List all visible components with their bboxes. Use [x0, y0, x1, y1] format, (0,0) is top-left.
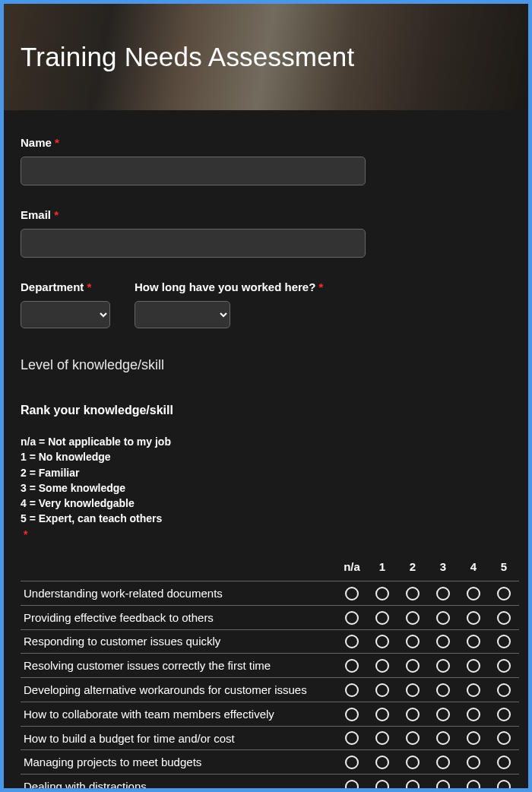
legend-line: 5 = Expert, can teach others: [21, 511, 511, 526]
rank-radio[interactable]: [467, 683, 480, 697]
rank-radio[interactable]: [436, 659, 450, 673]
rank-radio[interactable]: [436, 587, 450, 600]
rank-radio[interactable]: [436, 635, 450, 648]
rank-radio[interactable]: [497, 611, 511, 625]
matrix-col-header: 3: [428, 556, 458, 581]
rank-radio[interactable]: [497, 731, 511, 745]
matrix-cell: [489, 629, 519, 654]
rank-radio[interactable]: [467, 659, 480, 673]
rank-radio[interactable]: [345, 731, 359, 745]
matrix-cell: [458, 750, 489, 775]
matrix-row-label: Managing projects to meet budgets: [21, 750, 337, 775]
legend-line: 3 = Some knowledge: [21, 480, 511, 496]
rank-radio[interactable]: [375, 708, 389, 721]
rank-radio[interactable]: [345, 780, 359, 788]
rank-radio[interactable]: [406, 708, 420, 721]
rank-radio[interactable]: [497, 635, 511, 648]
rank-radio[interactable]: [467, 756, 480, 769]
rank-radio[interactable]: [497, 683, 511, 697]
rank-radio[interactable]: [467, 780, 480, 788]
matrix-row-label: How to build a budget for time and/or co…: [21, 726, 337, 750]
matrix-cell: [397, 629, 428, 654]
matrix-cell: [458, 678, 489, 702]
table-row: Managing projects to meet budgets: [21, 750, 519, 775]
rank-radio[interactable]: [406, 611, 420, 625]
rank-radio[interactable]: [375, 683, 389, 697]
matrix-cell: [428, 702, 458, 726]
rank-radio[interactable]: [406, 780, 420, 788]
rank-radio[interactable]: [497, 708, 511, 721]
rank-radio[interactable]: [406, 731, 420, 745]
name-label: Name *: [21, 136, 511, 149]
matrix-row-label: Resolving customer issues correctly the …: [21, 654, 337, 678]
rank-radio[interactable]: [375, 659, 389, 673]
tenure-select[interactable]: [135, 301, 230, 328]
rank-title: Rank your knowledge/skill: [21, 404, 511, 417]
matrix-cell: [489, 654, 519, 678]
rank-radio[interactable]: [436, 780, 450, 788]
table-row: Resolving customer issues correctly the …: [21, 654, 519, 678]
rank-radio[interactable]: [375, 731, 389, 745]
name-input[interactable]: [21, 157, 366, 185]
legend-line: 4 = Very knowledgable: [21, 496, 511, 511]
page-title: Training Needs Assessment: [21, 42, 354, 72]
matrix-cell: [428, 629, 458, 654]
matrix-cell: [337, 581, 367, 606]
rank-radio[interactable]: [375, 611, 389, 625]
matrix-col-header: 5: [489, 556, 519, 581]
rank-radio[interactable]: [406, 756, 420, 769]
rank-radio[interactable]: [375, 756, 389, 769]
rank-radio[interactable]: [375, 587, 389, 600]
field-email: Email *: [21, 208, 511, 258]
rank-radio[interactable]: [345, 708, 359, 721]
rank-radio[interactable]: [406, 587, 420, 600]
matrix-cell: [458, 581, 489, 606]
rank-radio[interactable]: [467, 635, 480, 648]
rank-radio[interactable]: [467, 611, 480, 625]
matrix-cell: [458, 726, 489, 750]
rank-radio[interactable]: [375, 635, 389, 648]
rank-radio[interactable]: [497, 587, 511, 600]
field-tenure: How long have you worked here? *: [135, 280, 323, 328]
rank-radio[interactable]: [345, 587, 359, 600]
matrix-cell: [458, 605, 489, 629]
rank-radio[interactable]: [345, 635, 359, 648]
matrix-cell: [489, 702, 519, 726]
matrix-cell: [397, 726, 428, 750]
rank-radio[interactable]: [345, 659, 359, 673]
matrix-cell: [458, 629, 489, 654]
table-row: Providing effective feedback to others: [21, 605, 519, 629]
form-page: Training Needs Assessment Name * Email *…: [4, 4, 528, 788]
rank-radio[interactable]: [406, 635, 420, 648]
rank-radio[interactable]: [345, 683, 359, 697]
rank-radio[interactable]: [375, 780, 389, 788]
rank-radio[interactable]: [436, 756, 450, 769]
matrix-cell: [337, 605, 367, 629]
rank-radio[interactable]: [497, 659, 511, 673]
matrix-cell: [367, 654, 397, 678]
rank-radio[interactable]: [436, 611, 450, 625]
rank-radio[interactable]: [406, 659, 420, 673]
legend-line: 1 = No knowledge: [21, 449, 511, 464]
rank-radio[interactable]: [345, 756, 359, 769]
rank-radio[interactable]: [467, 587, 480, 600]
rank-radio[interactable]: [436, 708, 450, 721]
rank-radio[interactable]: [436, 731, 450, 745]
rank-radio[interactable]: [406, 683, 420, 697]
rank-radio[interactable]: [467, 708, 480, 721]
email-label-text: Email: [21, 208, 51, 221]
required-marker: *: [55, 136, 59, 149]
rank-radio[interactable]: [345, 611, 359, 625]
rank-radio[interactable]: [497, 780, 511, 788]
rank-radio[interactable]: [467, 731, 480, 745]
table-row: How to collaborate with team members eff…: [21, 702, 519, 726]
matrix-cell: [397, 678, 428, 702]
matrix-cell: [397, 775, 428, 788]
rank-radio[interactable]: [497, 756, 511, 769]
matrix-row-label: Understanding work-related documents: [21, 581, 337, 606]
email-input[interactable]: [21, 229, 366, 258]
department-label-text: Department: [21, 280, 84, 293]
rank-radio[interactable]: [436, 683, 450, 697]
matrix-col-header: 4: [458, 556, 489, 581]
department-select[interactable]: [21, 301, 110, 328]
